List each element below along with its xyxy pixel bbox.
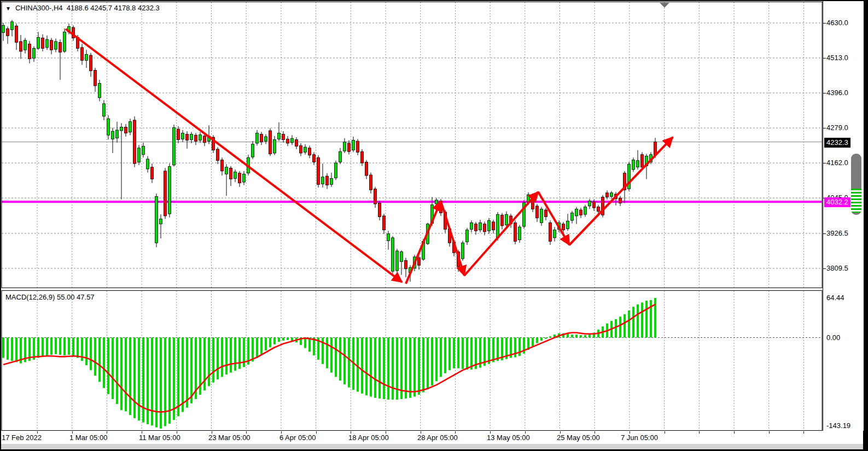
candle-body — [138, 148, 141, 162]
macd-bar — [85, 338, 88, 366]
candle-body — [610, 193, 613, 197]
macd-indicator-pane[interactable] — [1, 290, 823, 431]
macd-bar — [448, 338, 451, 371]
macd-bar — [444, 338, 446, 373]
candle-body — [492, 222, 495, 230]
scrollbar-stripes — [851, 189, 861, 213]
macd-bar — [304, 338, 306, 348]
macd-bar — [252, 338, 254, 362]
candle-body — [147, 159, 149, 169]
candle-body — [103, 104, 106, 116]
hline-price-badge: 4032.2 — [824, 197, 850, 207]
chart-shift-marker[interactable] — [660, 3, 669, 8]
macd-bar — [575, 335, 578, 338]
candle-body — [488, 220, 491, 231]
candle-body — [28, 44, 31, 58]
price-axis-scale[interactable]: 4232.3 4032.2 4630.04513.04396.04279.041… — [823, 1, 864, 431]
vertical-scrollbar[interactable] — [851, 154, 861, 215]
macd-bar — [46, 338, 48, 356]
candle-body — [2, 25, 5, 32]
time-axis-tick — [699, 431, 700, 434]
candle-body — [221, 160, 224, 171]
macd-bar — [94, 338, 96, 376]
trend-arrow[interactable] — [66, 29, 402, 282]
candle-body — [593, 202, 596, 208]
ohlc-values: 4188.6 4245.7 4178.8 4232.3 — [67, 4, 160, 12]
macd-bar — [186, 338, 188, 408]
candle-body — [352, 140, 355, 150]
symbol-dropdown-icon[interactable]: ▼ — [5, 5, 11, 11]
macd-bar — [7, 338, 9, 360]
macd-bar — [378, 338, 381, 399]
time-axis-label: 13 May 05:00 — [487, 434, 530, 442]
candle-body — [85, 54, 88, 60]
macd-bar — [182, 338, 184, 412]
candle-body — [55, 42, 57, 49]
candle-body — [238, 173, 241, 183]
candle-body — [300, 145, 302, 153]
macd-bar — [374, 338, 376, 398]
candle-body — [637, 161, 639, 167]
candle-body — [98, 84, 101, 98]
macd-bar — [208, 338, 210, 386]
macd-bar — [68, 338, 70, 355]
macd-bar — [387, 338, 389, 400]
macd-bar — [129, 338, 131, 415]
macd-bar — [160, 338, 162, 429]
macd-bar — [256, 338, 258, 358]
candle-body — [400, 252, 403, 262]
candle-body — [186, 134, 189, 140]
macd-bar — [142, 338, 144, 423]
macd-bar — [645, 301, 648, 338]
candle-body — [116, 130, 119, 138]
candle-body — [278, 133, 281, 139]
candle-body — [256, 133, 259, 143]
time-axis-scale[interactable]: 17 Feb 20221 Mar 05:0011 Mar 05:0023 Mar… — [1, 431, 823, 444]
main-chart-pane[interactable] — [1, 1, 823, 289]
candlestick-series — [2, 20, 657, 282]
macd-bar — [440, 338, 442, 377]
macd-bar — [422, 338, 424, 393]
candle-body — [125, 127, 127, 133]
macd-bar — [2, 338, 4, 358]
macd-bar — [431, 338, 433, 386]
price-axis-label: 4279.0 — [826, 124, 848, 132]
time-axis-tick — [316, 431, 317, 434]
scrollbar-thumb[interactable] — [851, 154, 861, 189]
macd-bar — [59, 338, 61, 355]
candle-body — [291, 138, 294, 143]
price-axis-tick — [823, 233, 826, 234]
trend-arrow[interactable] — [441, 201, 464, 276]
candle-body — [597, 207, 600, 212]
trend-arrow[interactable] — [406, 201, 441, 284]
candle-body — [120, 127, 123, 131]
price-axis-label: 4513.0 — [826, 54, 848, 62]
macd-bar — [326, 338, 328, 368]
macd-bar — [470, 338, 473, 370]
candle-body — [37, 37, 40, 48]
candle-body — [497, 214, 499, 238]
macd-bar — [116, 338, 118, 405]
candle-body — [203, 136, 206, 143]
candle-body — [151, 167, 154, 179]
macd-bar — [492, 338, 494, 362]
candle-body — [94, 70, 97, 85]
macd-bar — [225, 338, 228, 375]
candle-body — [7, 28, 9, 36]
macd-bar — [63, 338, 66, 356]
time-axis-label: 28 Apr 05:00 — [417, 434, 458, 442]
macd-bar — [571, 335, 573, 338]
candle-body — [479, 223, 482, 230]
trend-arrow[interactable] — [569, 137, 673, 245]
horizontal-support-line[interactable] — [2, 201, 822, 203]
macd-bar — [90, 338, 92, 371]
candle-body — [133, 120, 136, 163]
price-axis-label: 3926.5 — [826, 229, 848, 237]
macd-bar — [540, 338, 543, 341]
window-bottom-strip — [1, 444, 863, 449]
price-axis-label: 3809.5 — [826, 264, 848, 272]
time-axis-label: 17 Feb 2022 — [2, 434, 42, 442]
macd-bar — [654, 298, 656, 337]
candle-body — [378, 203, 381, 216]
trend-arrow[interactable] — [464, 192, 538, 276]
